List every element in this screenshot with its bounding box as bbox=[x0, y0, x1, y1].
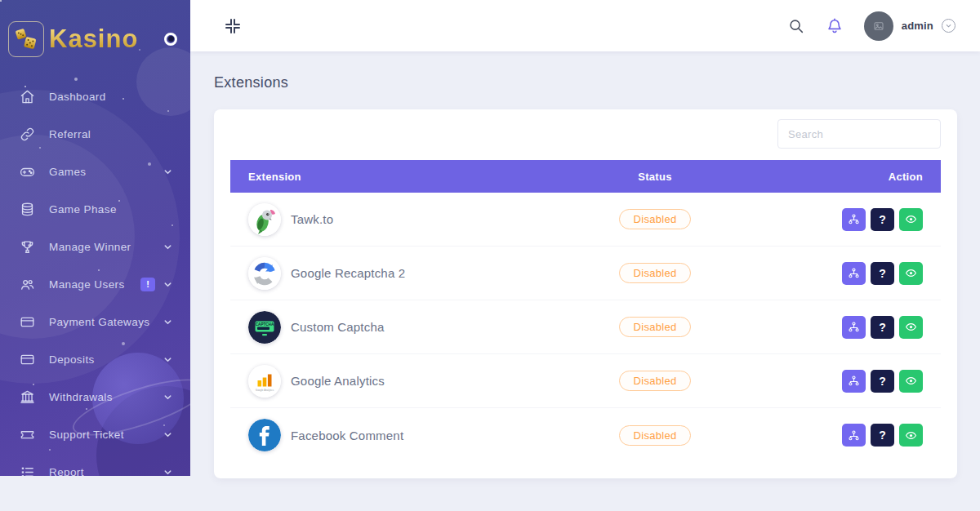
help-button[interactable]: ? bbox=[871, 316, 894, 339]
extensions-card: Extension Status Action Tawk.toDisabled?… bbox=[214, 109, 957, 478]
view-button[interactable] bbox=[899, 208, 923, 231]
column-header-action: Action bbox=[769, 171, 941, 183]
help-button[interactable]: ? bbox=[871, 424, 894, 447]
coins-icon bbox=[20, 202, 35, 217]
column-header-extension: Extension bbox=[230, 171, 541, 183]
sidebar-item-games[interactable]: Games bbox=[0, 153, 190, 190]
search-icon[interactable] bbox=[787, 17, 805, 35]
table-body: Tawk.toDisabled?Google Recaptcha 2Disabl… bbox=[230, 193, 941, 462]
sidebar-item-game-phase[interactable]: Game Phase bbox=[0, 190, 190, 228]
sidebar-item-deposits[interactable]: Deposits bbox=[0, 340, 190, 378]
status-badge: Disabled bbox=[619, 263, 692, 283]
sidebar-item-withdrawals[interactable]: Withdrawals bbox=[0, 378, 190, 415]
topbar: admin bbox=[190, 0, 980, 51]
sidebar-item-label: Dashboard bbox=[49, 91, 106, 103]
avatar bbox=[864, 11, 893, 41]
sidebar-item-label: Support Ticket bbox=[49, 429, 124, 441]
configure-button[interactable] bbox=[842, 208, 866, 231]
captcha-logo: CAPTCHA bbox=[248, 311, 281, 344]
sidebar-item-referral[interactable]: Referral bbox=[0, 115, 190, 153]
sidebar-item-label: Report bbox=[49, 466, 84, 477]
sidebar-collapse-icon[interactable] bbox=[223, 16, 243, 36]
sidebar-nav: DashboardReferralGamesGame PhaseManage W… bbox=[0, 78, 190, 476]
help-button[interactable]: ? bbox=[871, 208, 894, 231]
notifications-bell-icon[interactable] bbox=[826, 17, 844, 35]
chevron-down-icon bbox=[163, 468, 172, 477]
view-button[interactable] bbox=[899, 316, 923, 339]
configure-button[interactable] bbox=[842, 262, 866, 285]
table-row: Tawk.toDisabled? bbox=[230, 193, 941, 247]
sidebar-item-manage-users[interactable]: Manage Users! bbox=[0, 265, 190, 303]
sidebar-item-label: Referral bbox=[49, 128, 91, 140]
username-label: admin bbox=[902, 20, 933, 32]
ticket-icon bbox=[20, 427, 35, 442]
credit-card-icon bbox=[20, 314, 35, 330]
bank-icon bbox=[20, 389, 35, 405]
sidebar-toggle-button[interactable] bbox=[164, 33, 177, 46]
sidebar-item-label: Manage Winner bbox=[49, 241, 131, 253]
table-row: Facebook CommentDisabled? bbox=[230, 408, 941, 462]
sidebar-item-payment-gateways[interactable]: Payment Gateways bbox=[0, 303, 190, 340]
configure-button[interactable] bbox=[842, 370, 866, 393]
extension-name: Facebook Comment bbox=[291, 429, 403, 442]
chevron-down-icon bbox=[163, 242, 172, 251]
facebook-logo bbox=[248, 419, 281, 451]
chevron-down-icon bbox=[163, 355, 172, 364]
question-mark-icon: ? bbox=[879, 267, 886, 280]
table-row: Google Recaptcha 2Disabled? bbox=[230, 247, 941, 300]
view-button[interactable] bbox=[899, 370, 923, 393]
chevron-down-icon bbox=[942, 19, 956, 33]
chevron-down-icon bbox=[163, 167, 172, 176]
extension-name: Google Recaptcha 2 bbox=[291, 266, 405, 280]
chevron-down-icon bbox=[163, 393, 172, 402]
chevron-down-icon bbox=[163, 280, 172, 289]
sidebar-item-report[interactable]: Report bbox=[0, 453, 190, 476]
brand-logo[interactable]: Kasino bbox=[0, 0, 190, 78]
chevron-down-icon bbox=[163, 318, 172, 327]
help-button[interactable]: ? bbox=[871, 262, 894, 285]
question-mark-icon: ? bbox=[879, 429, 886, 442]
question-mark-icon: ? bbox=[879, 375, 886, 388]
status-badge: Disabled bbox=[619, 209, 692, 229]
gamepad-icon bbox=[20, 164, 35, 180]
extension-name: Google Analytics bbox=[291, 374, 385, 388]
column-header-status: Status bbox=[541, 171, 769, 183]
alert-badge: ! bbox=[140, 278, 155, 291]
sidebar-item-label: Games bbox=[49, 166, 87, 178]
sidebar-item-support-ticket[interactable]: Support Ticket bbox=[0, 415, 190, 453]
configure-button[interactable] bbox=[842, 424, 866, 447]
analytics-logo: Google Analytics bbox=[248, 365, 281, 398]
view-button[interactable] bbox=[899, 262, 923, 285]
status-badge: Disabled bbox=[619, 317, 692, 337]
sidebar-item-dashboard[interactable]: Dashboard bbox=[0, 78, 190, 115]
users-icon bbox=[20, 277, 35, 292]
question-mark-icon: ? bbox=[879, 213, 886, 226]
sidebar-item-manage-winner[interactable]: Manage Winner bbox=[0, 228, 190, 265]
home-icon bbox=[20, 89, 35, 104]
chevron-down-icon bbox=[163, 430, 172, 439]
view-button[interactable] bbox=[899, 424, 923, 447]
sidebar-item-label: Payment Gateways bbox=[49, 316, 149, 328]
user-menu[interactable]: admin bbox=[864, 11, 956, 41]
sidebar-item-label: Manage Users bbox=[49, 278, 125, 291]
help-button[interactable]: ? bbox=[871, 370, 894, 393]
table-header: Extension Status Action bbox=[230, 160, 941, 193]
extension-name: Custom Captcha bbox=[291, 320, 385, 334]
table-row: CAPTCHACustom CaptchaDisabled? bbox=[230, 300, 941, 354]
sidebar-item-label: Deposits bbox=[49, 353, 95, 366]
svg-text:Google Analytics: Google Analytics bbox=[256, 388, 274, 391]
dice-logo-icon bbox=[8, 21, 44, 57]
trophy-icon bbox=[20, 239, 35, 255]
sidebar: Kasino DashboardReferralGamesGame PhaseM… bbox=[0, 0, 190, 476]
recaptcha-logo bbox=[248, 257, 281, 290]
tawkto-logo bbox=[248, 203, 281, 236]
sidebar-item-label: Withdrawals bbox=[49, 391, 113, 403]
search-input[interactable] bbox=[777, 119, 941, 149]
configure-button[interactable] bbox=[842, 316, 866, 339]
extension-name: Tawk.to bbox=[291, 212, 333, 226]
svg-text:CAPTCHA: CAPTCHA bbox=[256, 322, 274, 327]
page-title: Extensions bbox=[214, 74, 957, 91]
link-icon bbox=[20, 127, 35, 142]
credit-card-icon bbox=[20, 352, 35, 367]
status-badge: Disabled bbox=[619, 425, 692, 446]
